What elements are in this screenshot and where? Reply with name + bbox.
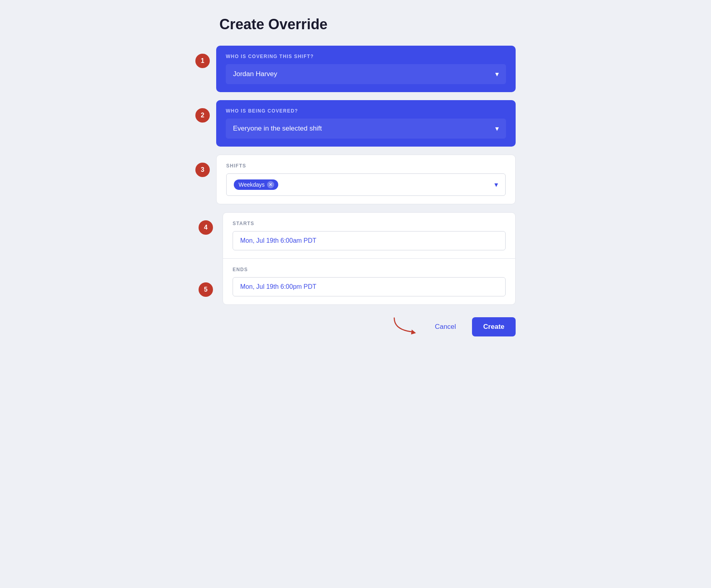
page-title: Create Override	[219, 16, 516, 33]
step-1-card: WHO IS COVERING THIS SHIFT? Jordan Harve…	[216, 46, 516, 92]
arrow-indicator	[391, 317, 419, 337]
covering-shift-select[interactable]: Jordan Harvey ▾	[226, 64, 506, 84]
weekdays-tag-remove[interactable]: ✕	[267, 181, 274, 188]
step-1-label: WHO IS COVERING THIS SHIFT?	[226, 54, 506, 59]
ends-input[interactable]	[233, 277, 506, 296]
step-1-badge: 1	[195, 54, 210, 68]
being-covered-value: Everyone in the selected shift	[233, 125, 322, 133]
step-1-row: 1 WHO IS COVERING THIS SHIFT? Jordan Har…	[195, 46, 516, 92]
weekdays-tag-label: Weekdays	[239, 181, 265, 188]
weekdays-tag: Weekdays ✕	[234, 179, 278, 190]
page-container: Create Override 1 WHO IS COVERING THIS S…	[195, 16, 516, 337]
starts-ends-row: STARTS 4 5 STARTS ENDS	[195, 212, 516, 305]
step-2-row: 2 WHO IS BEING COVERED? Everyone in the …	[195, 100, 516, 147]
being-covered-select[interactable]: Everyone in the selected shift ▾	[226, 119, 506, 139]
arrow-icon	[391, 315, 419, 337]
chevron-down-icon: ▾	[495, 124, 499, 133]
step-5-badge: 5	[199, 282, 213, 297]
shifts-select[interactable]: Weekdays ✕ ▾	[226, 173, 506, 196]
step-2-badge: 2	[195, 108, 210, 123]
step-2-label: WHO IS BEING COVERED?	[226, 108, 506, 114]
chevron-down-icon: ▾	[494, 180, 498, 189]
ends-section: ENDS	[223, 259, 515, 304]
svg-marker-0	[411, 330, 416, 334]
starts-label: STARTS	[233, 221, 506, 226]
cancel-button[interactable]: Cancel	[428, 319, 462, 335]
chevron-down-icon: ▾	[495, 70, 499, 79]
step-3-badge: 3	[195, 163, 210, 177]
step-2-card: WHO IS BEING COVERED? Everyone in the se…	[216, 100, 516, 147]
actions-row: Cancel Create	[195, 317, 516, 337]
starts-input[interactable]	[233, 231, 506, 250]
step-3-row: 3 SHIFTS Weekdays ✕ ▾	[195, 155, 516, 204]
step-3-label: SHIFTS	[226, 163, 506, 169]
shifts-tags: Weekdays ✕	[234, 179, 281, 190]
starts-section: STARTS	[223, 213, 515, 259]
step-4-badge: STARTS 4	[199, 220, 213, 235]
ends-label: ENDS	[233, 267, 506, 272]
covering-shift-value: Jordan Harvey	[233, 70, 277, 78]
create-button[interactable]: Create	[472, 317, 516, 336]
close-icon: ✕	[269, 182, 273, 187]
step-3-card: SHIFTS Weekdays ✕ ▾	[216, 155, 516, 204]
starts-ends-wrapper: STARTS ENDS	[223, 212, 516, 305]
